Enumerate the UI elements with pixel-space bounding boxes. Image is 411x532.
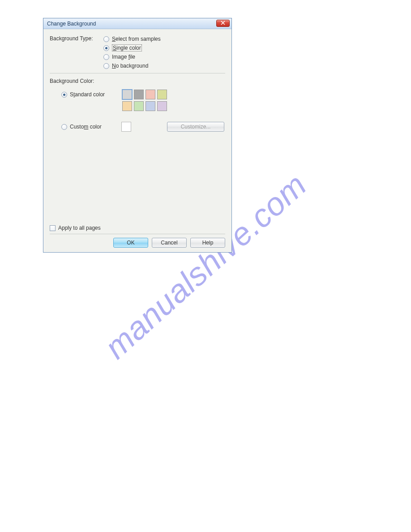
color-swatch-4[interactable] — [122, 101, 132, 111]
ok-button[interactable]: OK — [113, 238, 148, 248]
change-background-dialog: Change Background Background Type: Selec… — [43, 18, 232, 253]
divider — [50, 73, 225, 73]
customize-button[interactable]: Customize... — [167, 122, 224, 132]
standard-color-swatches — [121, 89, 225, 112]
apply-all-row[interactable]: Apply to all pages — [50, 225, 225, 231]
dialog-button-row: OK Cancel Help — [50, 234, 225, 248]
background-type-options: Select from samples Single color Image f… — [103, 34, 225, 70]
close-icon — [221, 20, 225, 26]
radio-icon — [61, 124, 67, 130]
checkbox-icon — [50, 225, 56, 231]
custom-color-area: Custom color Customize... — [50, 122, 225, 132]
custom-color-swatch[interactable] — [121, 122, 131, 132]
radio-label: Custom color — [70, 124, 102, 130]
color-swatch-2[interactable] — [146, 90, 155, 99]
color-swatch-6[interactable] — [146, 101, 155, 111]
color-swatch-3[interactable] — [157, 90, 167, 99]
background-type-row: Background Type: Select from samples Sin… — [50, 34, 225, 70]
close-button[interactable] — [216, 20, 230, 27]
background-type-label: Background Type: — [50, 34, 103, 42]
radio-custom-color[interactable]: Custom color — [60, 122, 121, 131]
color-swatch-1[interactable] — [134, 90, 144, 99]
color-swatch-5[interactable] — [134, 101, 144, 111]
radio-label: No background — [112, 63, 148, 69]
color-swatch-7[interactable] — [157, 101, 167, 111]
apply-all-label: Apply to all pages — [58, 225, 101, 231]
dialog-bottom: Apply to all pages OK Cancel Help — [50, 225, 225, 248]
radio-label: Image file — [112, 54, 135, 60]
custom-color-option: Custom color — [50, 122, 121, 131]
radio-no-background[interactable]: No background — [103, 61, 225, 70]
radio-image-file[interactable]: Image file — [103, 52, 225, 61]
titlebar: Change Background — [43, 18, 231, 29]
radio-icon — [103, 54, 109, 60]
radio-icon — [103, 63, 109, 69]
radio-label: Single color — [112, 44, 142, 51]
radio-select-from-samples[interactable]: Select from samples — [103, 34, 225, 43]
radio-label: Select from samples — [112, 36, 161, 42]
help-button[interactable]: Help — [190, 238, 225, 248]
dialog-content: Background Type: Select from samples Sin… — [43, 29, 231, 134]
radio-standard-color[interactable]: Standard color — [60, 89, 121, 100]
dialog-title: Change Background — [47, 21, 96, 27]
color-mode-options: Standard color — [50, 89, 121, 112]
background-color-label: Background Color: — [50, 78, 225, 84]
background-color-area: Standard color — [50, 89, 225, 112]
custom-color-right: Customize... — [121, 122, 225, 132]
radio-icon — [61, 92, 67, 98]
color-swatch-0[interactable] — [122, 90, 132, 99]
radio-icon — [103, 36, 109, 42]
radio-single-color[interactable]: Single color — [103, 43, 225, 52]
radio-icon — [103, 45, 109, 51]
radio-label: Standard color — [70, 91, 105, 98]
cancel-button[interactable]: Cancel — [152, 238, 187, 248]
